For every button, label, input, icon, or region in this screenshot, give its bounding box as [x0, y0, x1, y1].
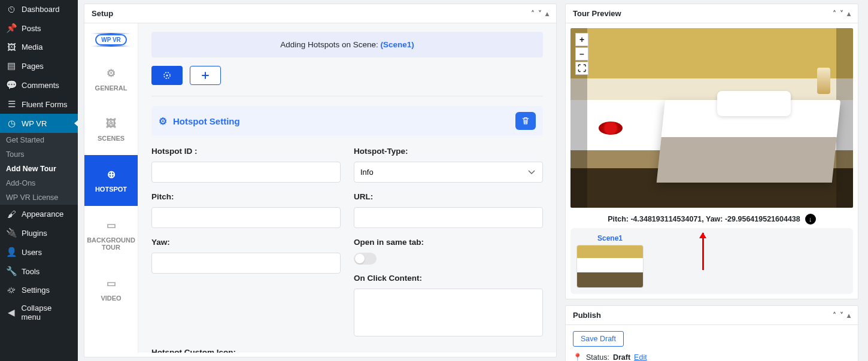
wp-menu-plugins[interactable]: 🔌Plugins — [0, 223, 78, 242]
svg-point-1 — [166, 75, 168, 77]
wp-submenu-add-new-tour[interactable]: Add New Tour — [0, 162, 78, 176]
setup-vertical-tabs: WP VR⚙GENERAL🖼SCENES⊕HOTSPOT▭BACKGROUND … — [84, 23, 138, 353]
pitch-input[interactable] — [151, 207, 341, 228]
menu-label: Posts — [22, 24, 41, 33]
custom-icon-label: Hotspot Custom Icon: — [151, 348, 341, 353]
vtab-background-tour[interactable]: ▭BACKGROUND TOUR — [84, 206, 138, 264]
menu-icon: ⛮ — [6, 285, 17, 295]
url-input[interactable] — [354, 207, 543, 228]
vtab-hotspot[interactable]: ⊕HOTSPOT — [84, 155, 138, 206]
wpvr-logo: WP VR — [84, 23, 138, 54]
vtab-icon: ▭ — [87, 277, 135, 290]
menu-icon: 🔌 — [6, 227, 17, 238]
zoom-out-button[interactable]: – — [575, 47, 588, 60]
wp-admin-sidebar: ⏲Dashboard📌Posts🖾Media▤Pages💬Comments☰Fl… — [0, 0, 78, 361]
wp-menu-pages[interactable]: ▤Pages — [0, 56, 78, 75]
wp-submenu-wp-vr-license[interactable]: WP VR License — [0, 190, 78, 205]
wp-menu-wp-vr[interactable]: ◷WP VR — [0, 114, 78, 133]
tour-preview-panel: Tour Preview ˄ ˅ ▴ + – ⛶ Pitch: — [565, 4, 858, 299]
panel-toggle-icon[interactable]: ▴ — [847, 10, 851, 18]
wp-submenu-add-ons[interactable]: Add-Ons — [0, 176, 78, 190]
menu-label: WP VR — [22, 119, 47, 128]
banner-scene-link[interactable]: (Scene1) — [381, 40, 414, 49]
menu-icon: ☰ — [6, 99, 17, 110]
menu-icon: 💬 — [6, 80, 17, 90]
vtab-icon: 🖼 — [87, 118, 135, 130]
publish-title: Publish — [573, 311, 601, 320]
vtab-scenes[interactable]: 🖼SCENES — [84, 105, 138, 155]
section-title: Hotspot Setting — [173, 116, 240, 126]
wp-menu-appearance[interactable]: 🖌Appearance — [0, 205, 78, 223]
panel-down-icon[interactable]: ˅ — [840, 311, 843, 320]
yaw-input[interactable] — [151, 253, 341, 274]
publish-panel: Publish ˄ ˅ ▴ Save Draft 📍 Status: Draft… — [565, 305, 858, 361]
menu-icon: ◀ — [6, 307, 17, 318]
hotspot-type-label: Hotspot-Type: — [354, 147, 543, 156]
on-click-label: On Click Content: — [354, 274, 543, 283]
wp-menu-settings[interactable]: ⛮Settings — [0, 281, 78, 299]
delete-hotspot-button[interactable] — [515, 112, 536, 130]
menu-label: Media — [22, 43, 43, 51]
menu-icon: 🔧 — [6, 266, 17, 277]
status-value: Draft — [613, 353, 630, 362]
gear-icon: ⚙ — [159, 116, 167, 127]
apply-coords-button[interactable]: ↓ — [805, 214, 816, 225]
wp-menu-collapse-menu[interactable]: ◀Collapse menu — [0, 299, 78, 326]
same-tab-toggle[interactable] — [354, 253, 377, 265]
wp-menu-media[interactable]: 🖾Media — [0, 38, 78, 56]
on-click-textarea[interactable] — [354, 289, 543, 336]
menu-icon: 👤 — [6, 247, 17, 257]
menu-icon: ◷ — [6, 118, 17, 129]
pitch-label: Pitch: — [151, 192, 341, 201]
pin-icon: 📍 — [573, 353, 582, 361]
edit-status-link[interactable]: Edit — [634, 353, 647, 362]
vtab-video[interactable]: ▭VIDEO — [84, 264, 138, 315]
zoom-in-button[interactable]: + — [575, 33, 588, 46]
menu-label: Plugins — [22, 229, 47, 238]
scene-thumbnails: Scene1 — [570, 228, 853, 294]
menu-icon: ▤ — [6, 60, 17, 71]
wp-submenu-get-started[interactable]: Get Started — [0, 133, 78, 147]
wp-menu-fluent-forms[interactable]: ☰Fluent Forms — [0, 95, 78, 114]
menu-label: Fluent Forms — [22, 100, 68, 109]
vtab-general[interactable]: ⚙GENERAL — [84, 54, 138, 105]
wp-menu-tools[interactable]: 🔧Tools — [0, 262, 78, 281]
panel-up-icon[interactable]: ˄ — [833, 311, 836, 320]
scene-banner: Adding Hotspots on Scene: (Scene1) — [151, 32, 543, 57]
scene-thumb[interactable]: Scene1 — [576, 234, 644, 288]
panel-toggle-icon[interactable]: ▴ — [545, 10, 549, 18]
menu-label: Users — [22, 248, 42, 257]
fullscreen-button[interactable]: ⛶ — [575, 62, 588, 75]
save-draft-button[interactable]: Save Draft — [573, 331, 624, 347]
annotation-arrow — [702, 233, 704, 270]
setup-title: Setup — [92, 9, 113, 18]
trash-icon — [521, 116, 530, 126]
hotspot-type-select[interactable]: Info — [354, 162, 543, 183]
panel-toggle-icon[interactable]: ▴ — [847, 311, 851, 320]
same-tab-label: Open in same tab: — [354, 238, 543, 247]
divider — [151, 96, 543, 96]
plus-icon — [201, 71, 210, 80]
hotspot-chip-active[interactable] — [151, 66, 183, 85]
hotspot-id-input[interactable] — [151, 162, 341, 183]
hotspot-id-label: Hotspot ID : — [151, 147, 341, 156]
panel-down-icon[interactable]: ˅ — [840, 10, 843, 18]
vtab-icon: ⚙ — [87, 67, 135, 80]
menu-label: Pages — [22, 62, 44, 71]
panorama-viewport[interactable]: + – ⛶ — [570, 28, 853, 208]
wp-submenu-tours[interactable]: Tours — [0, 147, 78, 162]
panel-up-icon[interactable]: ˄ — [531, 10, 535, 18]
wp-menu-users[interactable]: 👤Users — [0, 242, 78, 262]
vtab-icon: ▭ — [87, 219, 135, 232]
add-hotspot-chip[interactable] — [190, 66, 221, 85]
menu-label: Collapse menu — [22, 304, 72, 321]
menu-label: Comments — [22, 81, 59, 90]
wp-menu-dashboard[interactable]: ⏲Dashboard — [0, 0, 78, 19]
panel-up-icon[interactable]: ˄ — [833, 10, 836, 18]
yaw-label: Yaw: — [151, 238, 341, 247]
target-icon — [162, 71, 172, 80]
wp-menu-comments[interactable]: 💬Comments — [0, 75, 78, 95]
menu-label: Tools — [22, 267, 40, 276]
panel-down-icon[interactable]: ˅ — [538, 10, 542, 18]
wp-menu-posts[interactable]: 📌Posts — [0, 19, 78, 38]
